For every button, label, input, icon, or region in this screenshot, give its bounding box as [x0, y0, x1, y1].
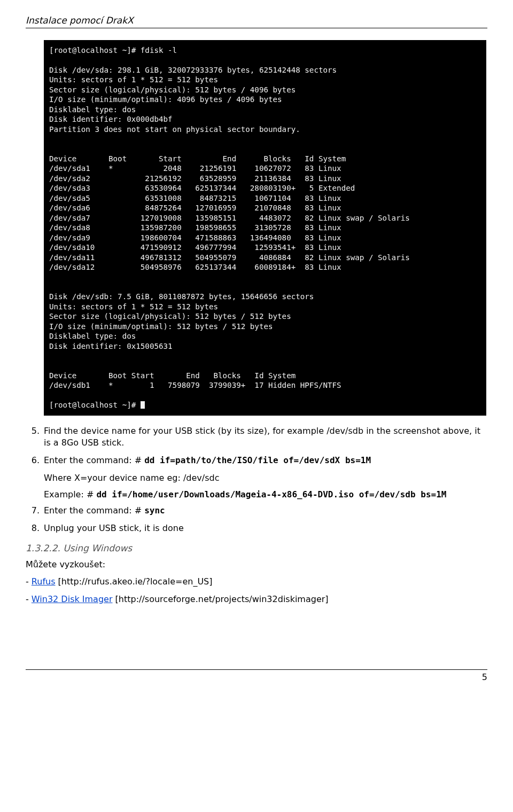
url-text: [http://sourceforge.net/projects/win32di… [113, 594, 329, 604]
example-command: dd if=/home/user/Downloads/Mageia-4-x86_… [96, 489, 446, 499]
item-body: Enter the command: # dd if=path/to/the/I… [44, 455, 487, 466]
link-line: - Rufus [http://rufus.akeo.ie/?locale=en… [26, 576, 487, 588]
url-text: [http://rufus.akeo.ie/?locale=en_US] [56, 576, 213, 587]
page-footer: 5 [26, 669, 487, 682]
link-line: - Win32 Disk Imager [http://sourceforge.… [26, 594, 487, 605]
item-body: Find the device name for your USB stick … [44, 425, 487, 449]
section-heading: 1.3.2.2. Using Windows [26, 543, 487, 553]
item-number: 7. [26, 505, 44, 517]
list-item: 5. Find the device name for your USB sti… [26, 425, 487, 449]
dash: - [26, 594, 32, 604]
item-number: 5. [26, 425, 44, 449]
command-text: sync [144, 505, 165, 516]
item-number: 6. [26, 455, 44, 466]
rufus-link[interactable]: Rufus [32, 576, 56, 587]
item-body: Unplug your USB stick, it is done [44, 522, 487, 534]
win32-disk-imager-link[interactable]: Win32 Disk Imager [32, 594, 113, 604]
example-prefix: Example: # [44, 489, 96, 499]
item-number: 8. [26, 522, 44, 534]
example-block: Example: # dd if=/home/user/Downloads/Ma… [44, 488, 487, 501]
item-text: Enter the command: # [44, 505, 144, 516]
list-item: 6. Enter the command: # dd if=path/to/th… [26, 455, 487, 466]
list-item: 8. Unplug your USB stick, it is done [26, 522, 487, 534]
running-header: Instalace pomocí DrakX [26, 15, 487, 28]
list-item: 7. Enter the command: # sync [26, 505, 487, 517]
terminal-cursor-icon [141, 401, 145, 409]
dash: - [26, 576, 32, 587]
command-text: dd if=path/to/the/ISO/file of=/dev/sdX b… [144, 455, 371, 465]
try-text: Můžete vyzkoušet: [26, 559, 487, 571]
instruction-list: 5. Find the device name for your USB sti… [26, 425, 487, 534]
page-number: 5 [482, 672, 487, 682]
where-note: Where X=your device name eg: /dev/sdc [44, 472, 487, 484]
item-body: Enter the command: # sync [44, 505, 487, 517]
terminal-output: [root@localhost ~]# fdisk -l Disk /dev/s… [44, 40, 486, 416]
item-text: Enter the command: # [44, 455, 144, 465]
